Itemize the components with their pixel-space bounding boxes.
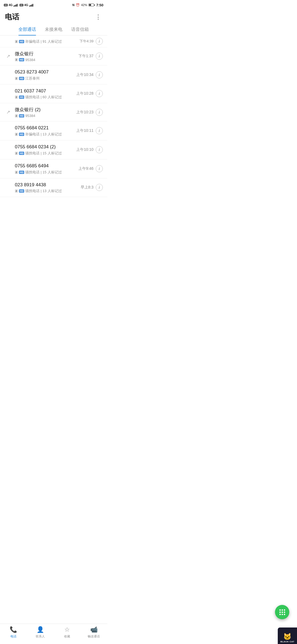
list-item[interactable]: 0755 6685 6494 2 HD 骚扰电话 | 15 人标记过 上午9:4… bbox=[0, 159, 107, 178]
call-main: 0523 8273 4007 2 HD 江苏泰州 bbox=[15, 69, 73, 81]
time-display: 7:50 bbox=[96, 3, 103, 7]
hd-badge-2: HD bbox=[20, 4, 23, 6]
call-tag: 骚扰电话 | 15 人标记过 bbox=[25, 170, 62, 175]
hd-badge: HD bbox=[19, 40, 24, 43]
signal-bars-1 bbox=[13, 3, 18, 7]
more-options-button[interactable]: ⋮ bbox=[94, 12, 102, 22]
call-tag: 诈骗电话 | 91 人标记过 bbox=[25, 39, 62, 44]
call-time-area: 下午1:37 i bbox=[78, 53, 103, 60]
call-time-area: 下午4:39 i bbox=[79, 38, 103, 45]
call-sub: 2 HD 95384 bbox=[15, 114, 73, 118]
call-name: 微众银行 bbox=[15, 51, 76, 57]
call-tag: 诈骗电话 | 13 人标记过 bbox=[25, 132, 62, 137]
call-name: 微众银行 (2) bbox=[15, 107, 73, 113]
list-item[interactable]: 023 8919 4438 2 HD 骚扰电话 | 13 人标记过 早上8:3 … bbox=[0, 178, 107, 197]
hd-badge: HD bbox=[19, 133, 24, 136]
call-name: 023 8919 4438 bbox=[15, 182, 78, 188]
call-name: 021 6037 7407 bbox=[15, 88, 73, 94]
tab-all-calls[interactable]: 全部通话 bbox=[18, 27, 36, 35]
hd-badge: HD bbox=[19, 171, 24, 174]
hd-badge: HD bbox=[19, 95, 24, 99]
call-time-area: 早上8:3 i bbox=[81, 184, 103, 191]
list-item[interactable]: ↗ 微众银行 (2) 2 HD 95384 上午10:23 i bbox=[0, 103, 107, 121]
call-time-area: 上午10:11 i bbox=[76, 127, 103, 134]
call-main: 微众银行 (2) 2 HD 95384 bbox=[15, 107, 73, 118]
call-time: 下午1:37 bbox=[78, 54, 94, 59]
call-time: 上午10:10 bbox=[76, 147, 94, 152]
call-tag: 骚扰电话 | 13 人标记过 bbox=[25, 189, 62, 193]
hd-badge: HD bbox=[19, 58, 24, 61]
page-title: 电话 bbox=[5, 12, 19, 22]
call-sub: 2 HD 江苏泰州 bbox=[15, 76, 73, 81]
call-tag: 江苏泰州 bbox=[25, 76, 40, 81]
call-time: 早上8:3 bbox=[81, 185, 94, 190]
call-name: 0523 8273 4007 bbox=[15, 69, 73, 75]
hd-badge-1: HD bbox=[4, 4, 8, 6]
info-button[interactable]: i bbox=[96, 53, 103, 60]
info-button[interactable]: i bbox=[96, 165, 103, 172]
call-sub: 2 HD 骚扰电话 | 15 人标记过 bbox=[15, 170, 76, 175]
call-main: 微众银行 2 HD 95384 bbox=[15, 51, 76, 62]
call-main: 0755 6685 6494 2 HD 骚扰电话 | 15 人标记过 bbox=[15, 163, 76, 175]
call-time: 上午10:34 bbox=[76, 72, 94, 77]
call-time: 下午4:39 bbox=[79, 39, 94, 44]
list-item[interactable]: 021 6037 7407 2 HD 骚扰电话 | 60 人标记过 上午10:2… bbox=[0, 84, 107, 103]
hd-badge: HD bbox=[19, 189, 24, 193]
call-sub: 2 HD 骚扰电话 | 60 人标记过 bbox=[15, 95, 73, 100]
signal-bars-2 bbox=[29, 3, 33, 7]
tab-voicemail[interactable]: 语音信箱 bbox=[71, 27, 89, 35]
call-time-area: 上午10:34 i bbox=[76, 71, 103, 78]
list-item[interactable]: 2 HD 诈骗电话 | 91 人标记过 下午4:39 i bbox=[0, 36, 107, 47]
sim-badge: 2 bbox=[15, 152, 18, 155]
sim-badge: 2 bbox=[15, 133, 18, 136]
call-sub: 2 HD 骚扰电话 | 15 人标记过 bbox=[15, 151, 73, 156]
call-time: 上午10:28 bbox=[76, 91, 94, 96]
missed-call-icon-area: ↗ bbox=[4, 109, 12, 115]
status-bar: HD 4G HD 4G N ⏰ 42% 7:50 bbox=[0, 0, 107, 9]
call-time-area: 上午9:46 i bbox=[78, 165, 103, 172]
sim-badge: 2 bbox=[15, 114, 18, 118]
call-time: 上午10:23 bbox=[76, 110, 94, 115]
call-name: 0755 6684 0234 (2) bbox=[15, 144, 73, 150]
network-type-2: 4G bbox=[24, 3, 28, 7]
info-button[interactable]: i bbox=[96, 71, 103, 78]
call-sub: 2 HD 95384 bbox=[15, 58, 76, 62]
call-name: 0755 6684 0221 bbox=[15, 125, 73, 131]
call-main: 0755 6684 0234 (2) 2 HD 骚扰电话 | 15 人标记过 bbox=[15, 144, 73, 156]
call-tag: 95384 bbox=[25, 58, 35, 62]
list-item[interactable]: 0523 8273 4007 2 HD 江苏泰州 上午10:34 i bbox=[0, 66, 107, 84]
info-button[interactable]: i bbox=[96, 38, 103, 45]
call-tag: 95384 bbox=[25, 114, 35, 118]
status-left: HD 4G HD 4G bbox=[4, 3, 33, 7]
call-list: 2 HD 诈骗电话 | 91 人标记过 下午4:39 i ↗ 微众银行 2 HD… bbox=[0, 36, 107, 197]
list-item[interactable]: ↗ 微众银行 2 HD 95384 下午1:37 i bbox=[0, 47, 107, 66]
call-tag: 骚扰电话 | 60 人标记过 bbox=[25, 95, 62, 100]
call-time: 上午10:11 bbox=[76, 128, 94, 133]
page-header: 电话 ⋮ bbox=[0, 9, 107, 24]
tab-missed-calls[interactable]: 未接来电 bbox=[45, 27, 62, 35]
info-button[interactable]: i bbox=[96, 109, 103, 116]
info-button[interactable]: i bbox=[96, 90, 103, 97]
hd-badge: HD bbox=[19, 114, 24, 118]
call-main: 2 HD 诈骗电话 | 91 人标记过 bbox=[15, 39, 77, 44]
call-main: 023 8919 4438 2 HD 骚扰电话 | 13 人标记过 bbox=[15, 182, 78, 194]
info-button[interactable]: i bbox=[96, 146, 103, 153]
call-tag: 骚扰电话 | 15 人标记过 bbox=[25, 151, 62, 156]
info-button[interactable]: i bbox=[96, 184, 103, 191]
sim-badge: 2 bbox=[15, 77, 18, 80]
call-time-area: 上午10:10 i bbox=[76, 146, 103, 153]
call-time-area: 上午10:28 i bbox=[76, 90, 103, 97]
call-sub: 2 HD 骚扰电话 | 13 人标记过 bbox=[15, 189, 78, 193]
tab-bar: 全部通话 未接来电 语音信箱 bbox=[0, 24, 107, 36]
list-item[interactable]: 0755 6684 0234 (2) 2 HD 骚扰电话 | 15 人标记过 上… bbox=[0, 140, 107, 159]
call-main: 0755 6684 0221 2 HD 诈骗电话 | 13 人标记过 bbox=[15, 125, 73, 137]
call-time-area: 上午10:23 i bbox=[76, 109, 103, 116]
missed-call-icon-area: ↗ bbox=[4, 53, 12, 59]
call-sub: 2 HD 诈骗电话 | 13 人标记过 bbox=[15, 132, 73, 137]
battery-icon bbox=[89, 4, 95, 6]
info-button[interactable]: i bbox=[96, 127, 103, 134]
list-item[interactable]: 0755 6684 0221 2 HD 诈骗电话 | 13 人标记过 上午10:… bbox=[0, 121, 107, 140]
hd-badge: HD bbox=[19, 152, 24, 155]
sim-badge: 2 bbox=[15, 189, 18, 193]
sim-badge: 2 bbox=[15, 58, 18, 61]
